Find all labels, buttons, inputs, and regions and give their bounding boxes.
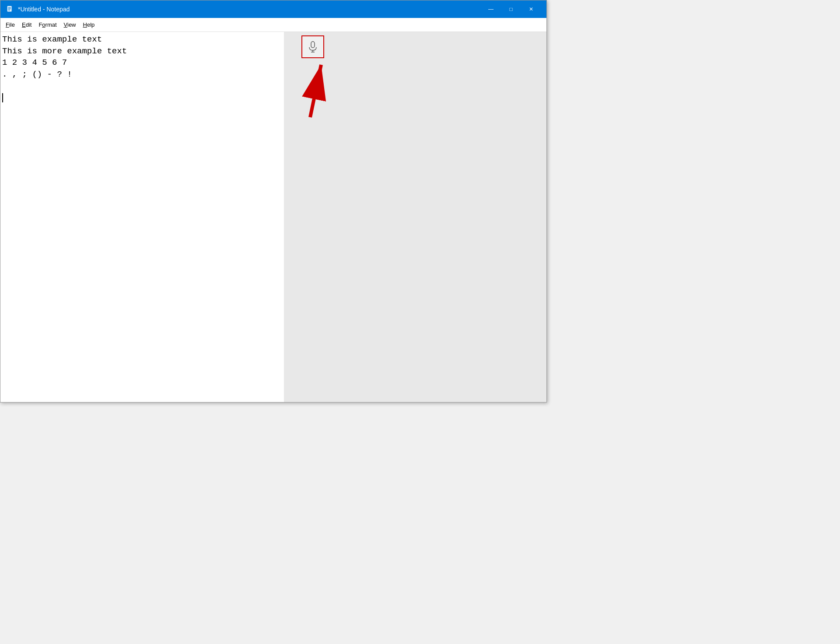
arrow-annotation	[284, 56, 336, 122]
window-title: *Untitled - Notepad	[18, 6, 477, 13]
menu-bar: File Edit Format View Help	[0, 18, 546, 32]
side-panel	[284, 32, 546, 402]
menu-help[interactable]: Help	[80, 20, 98, 30]
menu-file[interactable]: File	[2, 20, 18, 30]
notepad-window: *Untitled - Notepad — □ ✕ File Edit Form…	[0, 0, 547, 402]
maximize-button[interactable]: □	[501, 0, 521, 18]
text-cursor	[2, 93, 3, 102]
close-button[interactable]: ✕	[521, 0, 541, 18]
text-editor[interactable]: This is example text This is more exampl…	[0, 32, 284, 402]
window-controls: — □ ✕	[481, 0, 541, 18]
editor-area: This is example text This is more exampl…	[0, 32, 546, 402]
minimize-button[interactable]: —	[481, 0, 501, 18]
title-bar: *Untitled - Notepad — □ ✕	[0, 0, 546, 18]
menu-format[interactable]: Format	[35, 20, 60, 30]
svg-rect-4	[311, 42, 315, 48]
svg-line-8	[310, 65, 321, 117]
microphone-button[interactable]	[301, 35, 324, 58]
app-icon	[6, 5, 14, 14]
menu-view[interactable]: View	[60, 20, 80, 30]
menu-edit[interactable]: Edit	[18, 20, 35, 30]
microphone-icon	[306, 40, 319, 53]
